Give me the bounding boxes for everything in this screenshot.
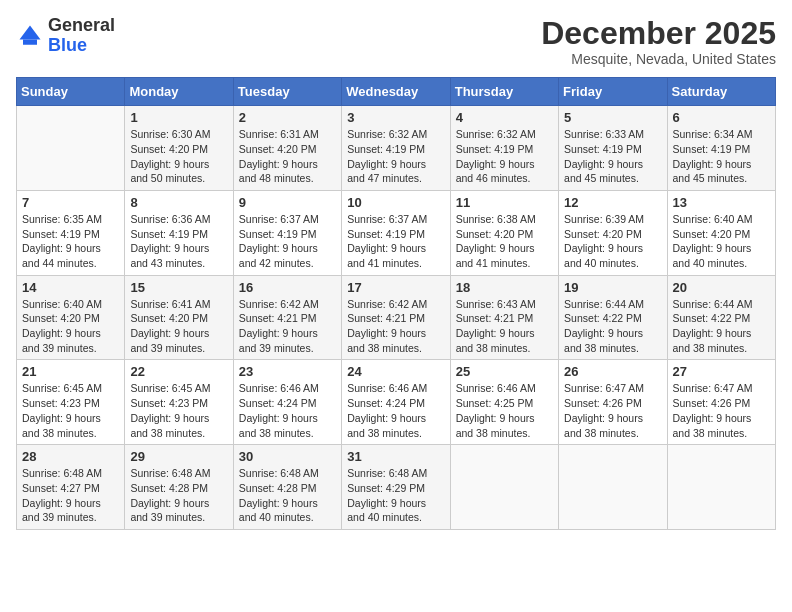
sunrise: Sunrise: 6:44 AM [564, 298, 644, 310]
daylight: Daylight: 9 hours and 46 minutes. [456, 158, 535, 185]
day-info: Sunrise: 6:42 AM Sunset: 4:21 PM Dayligh… [347, 297, 444, 356]
sunset: Sunset: 4:25 PM [456, 397, 534, 409]
daylight: Daylight: 9 hours and 50 minutes. [130, 158, 209, 185]
calendar-week-row: 21 Sunrise: 6:45 AM Sunset: 4:23 PM Dayl… [17, 360, 776, 445]
daylight: Daylight: 9 hours and 47 minutes. [347, 158, 426, 185]
calendar-cell: 19 Sunrise: 6:44 AM Sunset: 4:22 PM Dayl… [559, 275, 667, 360]
calendar-header-row: Sunday Monday Tuesday Wednesday Thursday… [17, 78, 776, 106]
daylight: Daylight: 9 hours and 38 minutes. [673, 412, 752, 439]
sunrise: Sunrise: 6:37 AM [239, 213, 319, 225]
daylight: Daylight: 9 hours and 48 minutes. [239, 158, 318, 185]
sunset: Sunset: 4:23 PM [130, 397, 208, 409]
sunset: Sunset: 4:19 PM [456, 143, 534, 155]
daylight: Daylight: 9 hours and 38 minutes. [347, 412, 426, 439]
calendar-cell: 13 Sunrise: 6:40 AM Sunset: 4:20 PM Dayl… [667, 190, 775, 275]
sunrise: Sunrise: 6:47 AM [564, 382, 644, 394]
col-sunday: Sunday [17, 78, 125, 106]
sunset: Sunset: 4:20 PM [130, 312, 208, 324]
daylight: Daylight: 9 hours and 44 minutes. [22, 242, 101, 269]
calendar-cell: 26 Sunrise: 6:47 AM Sunset: 4:26 PM Dayl… [559, 360, 667, 445]
calendar-cell: 22 Sunrise: 6:45 AM Sunset: 4:23 PM Dayl… [125, 360, 233, 445]
sunrise: Sunrise: 6:42 AM [239, 298, 319, 310]
day-info: Sunrise: 6:31 AM Sunset: 4:20 PM Dayligh… [239, 127, 336, 186]
day-info: Sunrise: 6:46 AM Sunset: 4:24 PM Dayligh… [347, 381, 444, 440]
day-number: 15 [130, 280, 227, 295]
calendar-cell: 9 Sunrise: 6:37 AM Sunset: 4:19 PM Dayli… [233, 190, 341, 275]
day-number: 24 [347, 364, 444, 379]
daylight: Daylight: 9 hours and 38 minutes. [564, 412, 643, 439]
calendar-table: Sunday Monday Tuesday Wednesday Thursday… [16, 77, 776, 530]
calendar-cell: 31 Sunrise: 6:48 AM Sunset: 4:29 PM Dayl… [342, 445, 450, 530]
sunset: Sunset: 4:19 PM [22, 228, 100, 240]
day-number: 27 [673, 364, 770, 379]
sunrise: Sunrise: 6:45 AM [22, 382, 102, 394]
day-info: Sunrise: 6:43 AM Sunset: 4:21 PM Dayligh… [456, 297, 553, 356]
daylight: Daylight: 9 hours and 41 minutes. [347, 242, 426, 269]
day-number: 31 [347, 449, 444, 464]
day-number: 16 [239, 280, 336, 295]
sunset: Sunset: 4:26 PM [673, 397, 751, 409]
daylight: Daylight: 9 hours and 39 minutes. [22, 327, 101, 354]
day-number: 25 [456, 364, 553, 379]
calendar-cell [667, 445, 775, 530]
day-number: 19 [564, 280, 661, 295]
logo-text: General Blue [48, 16, 115, 56]
calendar-cell: 4 Sunrise: 6:32 AM Sunset: 4:19 PM Dayli… [450, 106, 558, 191]
calendar-week-row: 7 Sunrise: 6:35 AM Sunset: 4:19 PM Dayli… [17, 190, 776, 275]
daylight: Daylight: 9 hours and 39 minutes. [130, 497, 209, 524]
sunrise: Sunrise: 6:33 AM [564, 128, 644, 140]
sunset: Sunset: 4:22 PM [564, 312, 642, 324]
calendar-week-row: 1 Sunrise: 6:30 AM Sunset: 4:20 PM Dayli… [17, 106, 776, 191]
day-info: Sunrise: 6:45 AM Sunset: 4:23 PM Dayligh… [130, 381, 227, 440]
logo-blue: Blue [48, 35, 87, 55]
sunrise: Sunrise: 6:43 AM [456, 298, 536, 310]
sunrise: Sunrise: 6:32 AM [347, 128, 427, 140]
daylight: Daylight: 9 hours and 42 minutes. [239, 242, 318, 269]
day-number: 22 [130, 364, 227, 379]
calendar-cell: 17 Sunrise: 6:42 AM Sunset: 4:21 PM Dayl… [342, 275, 450, 360]
calendar-cell: 12 Sunrise: 6:39 AM Sunset: 4:20 PM Dayl… [559, 190, 667, 275]
sunrise: Sunrise: 6:46 AM [347, 382, 427, 394]
calendar-week-row: 28 Sunrise: 6:48 AM Sunset: 4:27 PM Dayl… [17, 445, 776, 530]
sunset: Sunset: 4:20 PM [456, 228, 534, 240]
sunrise: Sunrise: 6:46 AM [239, 382, 319, 394]
sunset: Sunset: 4:20 PM [239, 143, 317, 155]
day-info: Sunrise: 6:47 AM Sunset: 4:26 PM Dayligh… [673, 381, 770, 440]
day-info: Sunrise: 6:46 AM Sunset: 4:25 PM Dayligh… [456, 381, 553, 440]
sunrise: Sunrise: 6:45 AM [130, 382, 210, 394]
day-info: Sunrise: 6:48 AM Sunset: 4:28 PM Dayligh… [239, 466, 336, 525]
sunset: Sunset: 4:20 PM [673, 228, 751, 240]
day-number: 28 [22, 449, 119, 464]
day-info: Sunrise: 6:48 AM Sunset: 4:29 PM Dayligh… [347, 466, 444, 525]
day-info: Sunrise: 6:33 AM Sunset: 4:19 PM Dayligh… [564, 127, 661, 186]
sunrise: Sunrise: 6:48 AM [22, 467, 102, 479]
calendar-cell [559, 445, 667, 530]
location: Mesquite, Nevada, United States [541, 51, 776, 67]
daylight: Daylight: 9 hours and 38 minutes. [347, 327, 426, 354]
sunrise: Sunrise: 6:40 AM [673, 213, 753, 225]
day-info: Sunrise: 6:37 AM Sunset: 4:19 PM Dayligh… [239, 212, 336, 271]
daylight: Daylight: 9 hours and 38 minutes. [239, 412, 318, 439]
calendar-cell: 29 Sunrise: 6:48 AM Sunset: 4:28 PM Dayl… [125, 445, 233, 530]
sunrise: Sunrise: 6:38 AM [456, 213, 536, 225]
sunset: Sunset: 4:19 PM [347, 228, 425, 240]
daylight: Daylight: 9 hours and 39 minutes. [130, 327, 209, 354]
sunrise: Sunrise: 6:37 AM [347, 213, 427, 225]
day-info: Sunrise: 6:48 AM Sunset: 4:27 PM Dayligh… [22, 466, 119, 525]
calendar-cell: 28 Sunrise: 6:48 AM Sunset: 4:27 PM Dayl… [17, 445, 125, 530]
day-info: Sunrise: 6:42 AM Sunset: 4:21 PM Dayligh… [239, 297, 336, 356]
calendar-cell: 5 Sunrise: 6:33 AM Sunset: 4:19 PM Dayli… [559, 106, 667, 191]
calendar-cell: 2 Sunrise: 6:31 AM Sunset: 4:20 PM Dayli… [233, 106, 341, 191]
daylight: Daylight: 9 hours and 39 minutes. [239, 327, 318, 354]
calendar-cell: 11 Sunrise: 6:38 AM Sunset: 4:20 PM Dayl… [450, 190, 558, 275]
day-number: 11 [456, 195, 553, 210]
day-info: Sunrise: 6:32 AM Sunset: 4:19 PM Dayligh… [456, 127, 553, 186]
sunrise: Sunrise: 6:46 AM [456, 382, 536, 394]
day-number: 26 [564, 364, 661, 379]
day-info: Sunrise: 6:35 AM Sunset: 4:19 PM Dayligh… [22, 212, 119, 271]
calendar-cell: 18 Sunrise: 6:43 AM Sunset: 4:21 PM Dayl… [450, 275, 558, 360]
daylight: Daylight: 9 hours and 43 minutes. [130, 242, 209, 269]
day-number: 3 [347, 110, 444, 125]
day-info: Sunrise: 6:48 AM Sunset: 4:28 PM Dayligh… [130, 466, 227, 525]
calendar-cell: 23 Sunrise: 6:46 AM Sunset: 4:24 PM Dayl… [233, 360, 341, 445]
